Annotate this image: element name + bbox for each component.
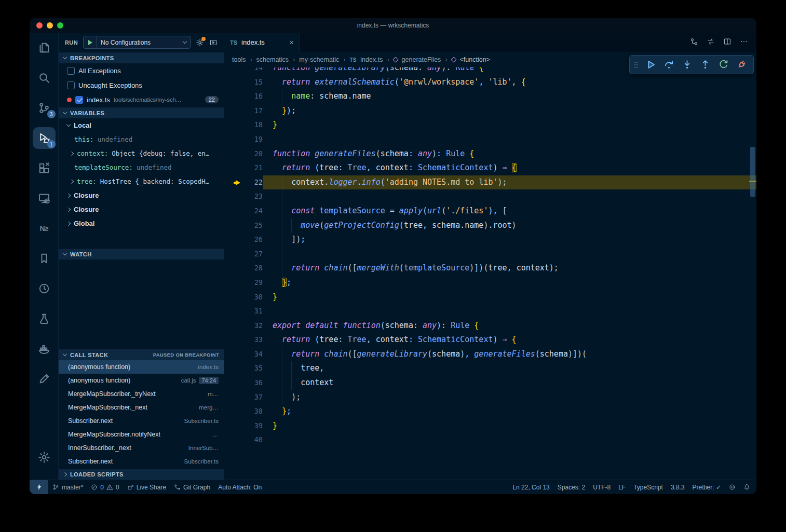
language-mode-status[interactable]: TypeScript <box>633 484 663 491</box>
breadcrumb-item[interactable]: schematics <box>256 56 289 63</box>
call-stack-section-header[interactable]: CALL STACK PAUSED ON BREAKPOINT <box>59 349 224 360</box>
edit-icon[interactable] <box>33 368 56 390</box>
breadcrumb-item[interactable]: generateFiles <box>402 56 441 63</box>
bookmarks-icon[interactable] <box>33 248 56 269</box>
disconnect-button[interactable] <box>733 58 750 72</box>
breakpoint-margin[interactable] <box>224 219 243 233</box>
continue-button[interactable] <box>642 58 659 72</box>
debug-settings-gear-icon[interactable] <box>196 38 204 47</box>
variables-section-header[interactable]: VARIABLES <box>59 107 224 118</box>
open-changes-icon[interactable] <box>690 37 698 48</box>
code-line-content[interactable] <box>263 304 756 319</box>
variable-row[interactable]: context:Object {debug: false, en… <box>59 146 224 160</box>
compare-changes-icon[interactable] <box>707 37 715 48</box>
encoding-status[interactable]: UTF-8 <box>593 484 611 491</box>
breakpoint-margin[interactable] <box>224 132 243 147</box>
prettier-status[interactable]: Prettier: ✓ <box>693 484 721 491</box>
indentation-status[interactable]: Spaces: 2 <box>558 484 585 491</box>
code-line-content[interactable] <box>263 189 756 204</box>
breakpoint-margin[interactable] <box>224 304 243 319</box>
call-stack-frame[interactable]: Subscriber.nextSubscriber.ts <box>59 455 224 468</box>
code-line-content[interactable]: return externalSchematic('@nrwl/workspac… <box>263 75 756 90</box>
run-debug-icon[interactable]: 1 <box>33 127 56 149</box>
code-line-content[interactable]: ); <box>263 390 756 405</box>
breakpoint-margin[interactable] <box>224 104 243 118</box>
extensions-icon[interactable] <box>33 157 56 179</box>
breakpoint-margin[interactable] <box>224 404 243 419</box>
close-tab-icon[interactable]: × <box>289 38 294 46</box>
code-line-content[interactable]: return (tree: Tree, context: SchematicCo… <box>263 333 756 347</box>
breakpoint-margin[interactable] <box>224 161 243 175</box>
step-into-button[interactable] <box>679 58 695 72</box>
launch-config-dropdown[interactable]: No Configurations <box>83 36 191 49</box>
breakpoint-margin[interactable] <box>224 89 243 104</box>
code-line-content[interactable]: }; <box>263 404 756 419</box>
breadcrumb-item[interactable]: index.ts <box>360 56 383 63</box>
breakpoint-margin[interactable] <box>224 290 243 305</box>
code-line-content[interactable]: } <box>263 419 756 433</box>
eol-status[interactable]: LF <box>618 484 626 491</box>
variable-scope-row[interactable]: Closure <box>59 202 224 216</box>
variable-row[interactable]: templateSource:undefined <box>59 160 224 174</box>
git-branch-status[interactable]: master* <box>52 484 83 491</box>
search-icon[interactable] <box>33 67 56 89</box>
checkbox[interactable] <box>67 81 75 89</box>
call-stack-frame[interactable]: MergeMapSubscriber._nextmerg… <box>59 401 224 414</box>
checkbox[interactable] <box>67 67 75 75</box>
variables-scope-local[interactable]: Local <box>59 118 224 132</box>
loaded-scripts-section-header[interactable]: LOADED SCRIPTS <box>59 468 224 480</box>
code-line-content[interactable] <box>263 247 756 262</box>
code-line-content[interactable]: ]); <box>263 233 756 247</box>
code-line-content[interactable]: const templateSource = apply(url('./file… <box>263 204 756 219</box>
start-debug-button[interactable] <box>84 36 97 48</box>
explorer-icon[interactable] <box>33 37 56 59</box>
breakpoint-margin[interactable] <box>224 276 243 290</box>
auto-attach-status[interactable]: Auto Attach: On <box>218 484 262 491</box>
problems-status[interactable]: 0 0 <box>91 484 119 491</box>
scrollbar-slider[interactable] <box>750 147 755 197</box>
code-line-content[interactable]: context <box>263 376 756 390</box>
split-editor-icon[interactable] <box>723 37 731 48</box>
variable-row[interactable]: tree:HostTree {_backend: ScopedH… <box>59 174 224 188</box>
nx-console-icon[interactable]: N≥ <box>33 217 56 239</box>
step-over-button[interactable] <box>660 58 677 72</box>
code-line-content[interactable]: } <box>263 290 756 305</box>
docker-icon[interactable] <box>33 338 56 360</box>
variable-row[interactable]: this:undefined <box>59 132 224 146</box>
step-out-button[interactable] <box>697 58 713 72</box>
tab-index-ts[interactable]: TS index.ts × <box>224 33 300 52</box>
breakpoint-margin[interactable] <box>224 247 243 262</box>
call-stack-frame[interactable]: MergeMapSubscriber.notifyNext… <box>59 428 224 441</box>
call-stack-frame[interactable]: (anonymous function)index.ts <box>59 360 224 374</box>
breadcrumb-item[interactable]: tools <box>232 56 246 63</box>
remote-explorer-icon[interactable] <box>33 187 56 209</box>
source-control-icon[interactable]: 3 <box>33 97 56 119</box>
breakpoint-uncaught-exceptions[interactable]: Uncaught Exceptions <box>59 78 224 92</box>
watch-section-header[interactable]: WATCH <box>59 248 224 260</box>
settings-gear-icon[interactable] <box>33 446 56 468</box>
toolbar-drag-handle[interactable] <box>633 60 639 70</box>
breakpoints-section-header[interactable]: BREAKPOINTS <box>59 52 224 63</box>
breakpoint-margin[interactable] <box>224 390 243 405</box>
breakpoint-margin[interactable] <box>224 361 243 376</box>
breakpoint-margin[interactable] <box>224 147 243 161</box>
code-line-content[interactable]: context.logger.info('adding NOTES.md to … <box>263 175 756 190</box>
feedback-icon[interactable] <box>729 484 736 490</box>
minimize-button[interactable] <box>47 22 53 29</box>
zoom-button[interactable] <box>57 22 63 29</box>
breakpoint-margin[interactable] <box>224 433 243 447</box>
breakpoint-margin[interactable] <box>224 333 243 347</box>
live-share-status[interactable]: Live Share <box>127 484 166 491</box>
cursor-position-status[interactable]: Ln 22, Col 13 <box>512 484 549 491</box>
git-graph-status[interactable]: Git Graph <box>174 484 210 491</box>
breakpoint-margin[interactable] <box>224 376 243 390</box>
beaker-icon[interactable] <box>33 308 56 330</box>
checkbox[interactable] <box>75 96 83 104</box>
code-line-content[interactable]: function generateFiles(schema: any): Rul… <box>263 147 756 161</box>
breakpoint-margin[interactable] <box>224 347 243 362</box>
code-line-content[interactable]: } <box>263 118 756 132</box>
code-line-content[interactable]: name: schema.name <box>263 89 756 104</box>
open-run-panel-icon[interactable] <box>209 38 218 47</box>
call-stack-frame[interactable]: (anonymous function)call.js74:24 <box>59 374 224 387</box>
breakpoint-all-exceptions[interactable]: All Exceptions <box>59 63 224 78</box>
